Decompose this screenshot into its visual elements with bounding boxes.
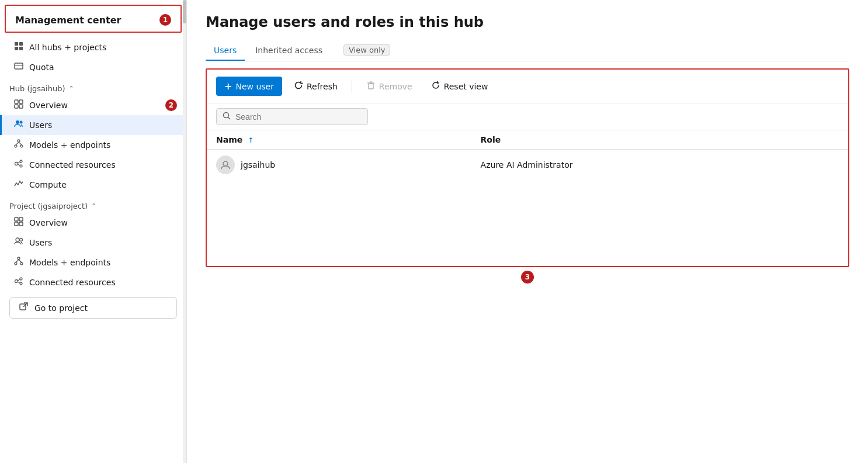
connected-proj-label: Connected resources bbox=[29, 278, 116, 287]
quota-icon bbox=[14, 61, 23, 73]
user-name: jgsaihub bbox=[241, 160, 275, 170]
svg-point-35 bbox=[20, 282, 22, 285]
svg-line-32 bbox=[19, 260, 22, 262]
remove-label: Remove bbox=[379, 82, 412, 91]
users-table: Name ↑ Role bbox=[207, 130, 848, 180]
svg-point-18 bbox=[20, 160, 22, 163]
svg-rect-3 bbox=[19, 47, 23, 50]
project-section-header[interactable]: Project (jgsaiproject) ⌃ bbox=[0, 195, 186, 213]
svg-point-30 bbox=[20, 262, 23, 265]
remove-button[interactable]: Remove bbox=[359, 77, 419, 96]
connected-proj-icon bbox=[14, 277, 23, 288]
refresh-label: Refresh bbox=[307, 82, 338, 91]
refresh-button[interactable]: Refresh bbox=[287, 77, 345, 96]
svg-point-29 bbox=[15, 262, 17, 265]
toolbar: + New user Refresh bbox=[207, 70, 848, 103]
svg-point-26 bbox=[16, 238, 19, 241]
svg-line-16 bbox=[19, 142, 22, 145]
search-bar bbox=[207, 103, 848, 130]
project-section-title: Project (jgsaiproject) bbox=[9, 202, 88, 210]
user-role-cell: Azure AI Administrator bbox=[471, 150, 848, 181]
overview-proj-icon bbox=[14, 217, 23, 229]
remove-icon bbox=[366, 81, 376, 92]
avatar bbox=[216, 156, 235, 174]
goto-project-button[interactable]: Go to project bbox=[9, 297, 177, 319]
svg-rect-25 bbox=[19, 222, 23, 226]
badge-2: 2 bbox=[165, 99, 177, 111]
sidebar-item-models-proj[interactable]: Models + endpoints bbox=[0, 253, 186, 272]
badge-1: 1 bbox=[159, 14, 171, 26]
svg-rect-23 bbox=[19, 217, 23, 221]
connected-hub-label: Connected resources bbox=[29, 160, 116, 170]
users-proj-icon bbox=[14, 237, 23, 248]
tab-inherited[interactable]: Inherited access bbox=[247, 41, 331, 61]
page-title: Manage users and roles in this hub bbox=[206, 14, 849, 30]
reset-view-button[interactable]: Reset view bbox=[424, 77, 495, 96]
sidebar-item-all-hubs[interactable]: All hubs + projects bbox=[0, 37, 186, 57]
sidebar: Management center 1 All hubs + projects bbox=[0, 0, 187, 463]
svg-point-34 bbox=[20, 278, 22, 280]
svg-point-28 bbox=[18, 257, 20, 260]
models-hub-label: Models + endpoints bbox=[29, 140, 110, 150]
sidebar-item-connected-hub[interactable]: Connected resources bbox=[0, 155, 186, 175]
quota-label: Quota bbox=[29, 63, 54, 72]
svg-line-20 bbox=[18, 162, 20, 163]
svg-line-31 bbox=[16, 260, 19, 262]
grid-icon bbox=[14, 42, 23, 53]
toolbar-divider bbox=[352, 81, 352, 92]
table-row[interactable]: jgsaihub Azure AI Administrator bbox=[207, 150, 848, 181]
svg-point-10 bbox=[16, 120, 19, 124]
svg-point-45 bbox=[223, 161, 228, 166]
sidebar-item-users-proj[interactable]: Users bbox=[0, 233, 186, 253]
table-body: jgsaihub Azure AI Administrator bbox=[207, 150, 848, 181]
sidebar-item-users-hub[interactable]: Users bbox=[0, 115, 186, 135]
svg-rect-22 bbox=[15, 217, 18, 221]
users-table-wrap: Name ↑ Role bbox=[207, 130, 848, 266]
sidebar-item-compute-hub[interactable]: Compute bbox=[0, 175, 186, 195]
sidebar-item-overview-hub[interactable]: Overview 2 bbox=[0, 95, 186, 115]
col-role-header[interactable]: Role bbox=[471, 130, 848, 150]
search-input-wrap[interactable] bbox=[216, 108, 368, 125]
overview-proj-label: Overview bbox=[29, 218, 68, 227]
step3-badge: 3 bbox=[521, 271, 534, 284]
search-input[interactable] bbox=[235, 112, 362, 122]
new-user-label: New user bbox=[235, 82, 274, 91]
project-chevron-icon: ⌃ bbox=[91, 202, 96, 210]
step3-container: 3 bbox=[206, 271, 849, 284]
overview-hub-icon bbox=[14, 99, 23, 111]
svg-line-44 bbox=[228, 118, 231, 120]
sort-arrow-icon: ↑ bbox=[248, 136, 254, 144]
main-content: Manage users and roles in this hub Users… bbox=[187, 0, 868, 463]
sidebar-item-overview-proj[interactable]: Overview bbox=[0, 213, 186, 233]
sidebar-item-quota[interactable]: Quota bbox=[0, 57, 186, 77]
svg-rect-4 bbox=[15, 63, 23, 69]
scrollbar-thumb[interactable] bbox=[183, 0, 186, 23]
svg-rect-40 bbox=[369, 84, 373, 89]
hub-section-title: Hub (jgsaihub) bbox=[9, 84, 65, 93]
svg-rect-9 bbox=[19, 105, 23, 108]
svg-point-43 bbox=[224, 113, 229, 118]
reset-label: Reset view bbox=[444, 82, 488, 91]
sidebar-item-models-hub[interactable]: Models + endpoints bbox=[0, 135, 186, 155]
goto-project-icon bbox=[19, 302, 29, 313]
sidebar-item-connected-proj[interactable]: Connected resources bbox=[0, 272, 186, 292]
search-icon bbox=[223, 112, 231, 122]
sidebar-header: Management center 1 bbox=[5, 5, 182, 33]
scrollbar-track[interactable] bbox=[183, 0, 186, 463]
col-name-header[interactable]: Name ↑ bbox=[207, 130, 471, 150]
svg-line-36 bbox=[18, 279, 20, 281]
goto-project-label: Go to project bbox=[34, 303, 88, 313]
svg-line-21 bbox=[18, 164, 20, 165]
users-proj-label: Users bbox=[29, 238, 52, 247]
tab-users[interactable]: Users bbox=[206, 41, 245, 61]
users-hub-label: Users bbox=[29, 120, 52, 130]
tab-viewonly[interactable]: View only bbox=[333, 40, 398, 61]
svg-point-17 bbox=[15, 163, 18, 165]
svg-rect-7 bbox=[19, 100, 23, 103]
tabs-bar: Users Inherited access View only bbox=[206, 40, 849, 61]
new-user-button[interactable]: + New user bbox=[216, 77, 282, 96]
sidebar-title: Management center bbox=[15, 15, 121, 26]
hub-section-header[interactable]: Hub (jgsaihub) ⌃ bbox=[0, 77, 186, 95]
overview-hub-label: Overview bbox=[29, 101, 68, 110]
svg-point-12 bbox=[18, 140, 20, 142]
